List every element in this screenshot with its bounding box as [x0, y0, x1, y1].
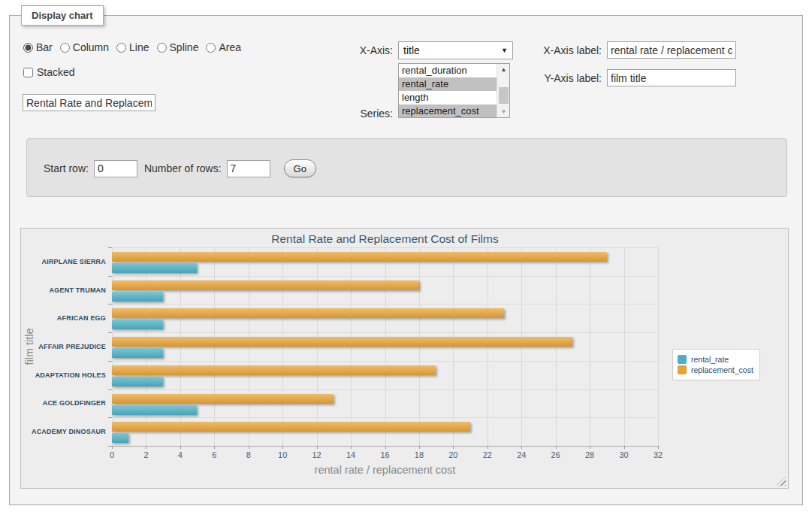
- chart-type-option-column[interactable]: Column: [60, 41, 109, 53]
- x-axis-selected-value: title: [403, 42, 420, 59]
- series-label: Series:: [323, 108, 393, 120]
- x-axis-tick: [282, 446, 283, 449]
- bar-rental_rate: [112, 405, 197, 415]
- series-option-replacement_cost[interactable]: replacement_cost: [399, 105, 497, 118]
- bar-rental_rate: [112, 320, 163, 329]
- y-axis-tick: [108, 332, 112, 333]
- start-row-input[interactable]: [94, 160, 137, 177]
- x-axis-tick: [146, 446, 146, 449]
- x-axis-tick: [214, 446, 215, 449]
- x-tick-label: 32: [643, 450, 673, 459]
- bar-replacement_cost: [112, 308, 504, 318]
- x-tick-label: 24: [506, 450, 536, 459]
- chart-type-text: Bar: [36, 41, 53, 53]
- x-axis-tick: [624, 446, 625, 449]
- chart-type-option-area[interactable]: Area: [206, 41, 241, 53]
- scroll-up-icon[interactable]: ▲: [497, 64, 510, 75]
- legend-swatch: [678, 355, 687, 364]
- x-axis-tick: [112, 446, 113, 449]
- x-tick-label: 26: [541, 450, 571, 459]
- x-tick-label: 28: [575, 450, 605, 459]
- scrollbar-thumb[interactable]: [499, 87, 509, 104]
- chart-type-radio-area[interactable]: [206, 43, 216, 53]
- category-label: AIRPLANE SIERRA: [1, 258, 106, 265]
- bar-rental_rate: [112, 433, 128, 443]
- stacked-checkbox[interactable]: [23, 68, 33, 77]
- y-axis-tick: [108, 247, 112, 248]
- chart-type-option-line[interactable]: Line: [116, 41, 149, 53]
- legend-item-replacement_cost[interactable]: replacement_cost: [678, 365, 753, 374]
- chart-legend: rental_ratereplacement_cost: [672, 349, 760, 380]
- x-axis-label-label: X-Axis label:: [518, 44, 602, 56]
- chart-type-text: Column: [73, 41, 109, 53]
- y-axis-label-input[interactable]: [607, 69, 736, 86]
- gridline: [112, 389, 658, 390]
- gridline: [112, 361, 658, 362]
- y-axis-tick: [108, 417, 112, 418]
- legend-label: rental_rate: [691, 355, 729, 364]
- chevron-down-icon: ▼: [501, 42, 512, 59]
- chart-type-text: Line: [129, 41, 149, 53]
- series-option-rental_duration[interactable]: rental_duration: [399, 64, 497, 77]
- chart-title-input[interactable]: [23, 94, 155, 111]
- gridline: [112, 332, 658, 333]
- chart-type-option-bar[interactable]: Bar: [23, 41, 53, 53]
- chart-type-radio-spline[interactable]: [157, 43, 167, 53]
- x-tick-label: 4: [165, 450, 195, 459]
- bar-replacement_cost: [112, 280, 419, 290]
- x-axis-tick: [351, 446, 352, 449]
- rows-controls: Start row: Number of rows: Go: [44, 159, 316, 177]
- chart-type-radio-column[interactable]: [60, 43, 70, 53]
- x-axis-tick: [453, 446, 454, 449]
- go-button[interactable]: Go: [284, 159, 316, 177]
- chart-type-radio-line[interactable]: [116, 43, 126, 53]
- y-axis-tick: [108, 389, 112, 390]
- gridline: [658, 247, 659, 446]
- plot-area: AIRPLANE SIERRAAGENT TRUMANAFRICAN EGGAF…: [112, 247, 658, 446]
- bar-rental_rate: [112, 377, 163, 386]
- x-tick-label: 12: [302, 450, 332, 459]
- gridline: [112, 276, 658, 277]
- legend-label: replacement_cost: [691, 365, 753, 374]
- gridline: [112, 304, 658, 304]
- series-multiselect[interactable]: rental_durationrental_ratelengthreplacem…: [398, 63, 510, 118]
- y-axis-tick: [108, 276, 112, 277]
- resize-grip-icon[interactable]: [777, 477, 786, 486]
- chart-type-radio-bar[interactable]: [23, 43, 33, 53]
- fieldset-legend: Display chart: [21, 5, 104, 26]
- bar-replacement_cost: [112, 337, 572, 347]
- series-option-rental_rate[interactable]: rental_rate: [399, 77, 497, 91]
- x-axis-title: rental rate / replacement cost: [112, 464, 658, 476]
- x-axis-label-input[interactable]: [607, 41, 736, 59]
- scroll-down-icon[interactable]: ▼: [497, 106, 510, 117]
- category-label: ADAPTATION HOLES: [1, 371, 106, 379]
- legend-item-rental_rate[interactable]: rental_rate: [678, 355, 753, 364]
- num-rows-label: Number of rows:: [144, 162, 222, 174]
- chart-container: Rental Rate and Replacement Cost of Film…: [20, 228, 789, 489]
- y-axis-label-label: Y-Axis label:: [518, 72, 602, 84]
- x-axis-tick: [317, 446, 318, 449]
- bar-replacement_cost: [112, 422, 470, 432]
- display-chart-page: Display chart BarColumnLineSplineArea St…: [0, 0, 812, 512]
- x-axis-label: X-Axis:: [323, 44, 393, 56]
- stacked-label: Stacked: [37, 66, 75, 78]
- gridline: [624, 247, 625, 446]
- x-tick-label: 8: [234, 450, 264, 459]
- x-axis-tick: [385, 446, 386, 449]
- x-axis-tick: [180, 446, 181, 449]
- x-tick-label: 10: [267, 450, 297, 459]
- x-axis-tick: [521, 446, 522, 449]
- gridline: [112, 247, 658, 248]
- num-rows-input[interactable]: [227, 160, 270, 177]
- scrollbar[interactable]: ▲ ▼: [497, 64, 509, 117]
- x-axis-select[interactable]: title ▼: [398, 41, 513, 59]
- x-axis-tick: [249, 446, 249, 449]
- chart-type-text: Spline: [170, 41, 199, 53]
- y-axis-title: film title: [23, 294, 35, 399]
- stacked-checkbox-row[interactable]: Stacked: [23, 66, 75, 78]
- chart-type-option-spline[interactable]: Spline: [157, 41, 199, 53]
- category-label: AGENT TRUMAN: [1, 286, 106, 294]
- x-tick-label: 0: [97, 450, 127, 459]
- gridline: [112, 417, 658, 418]
- series-option-length[interactable]: length: [399, 91, 497, 105]
